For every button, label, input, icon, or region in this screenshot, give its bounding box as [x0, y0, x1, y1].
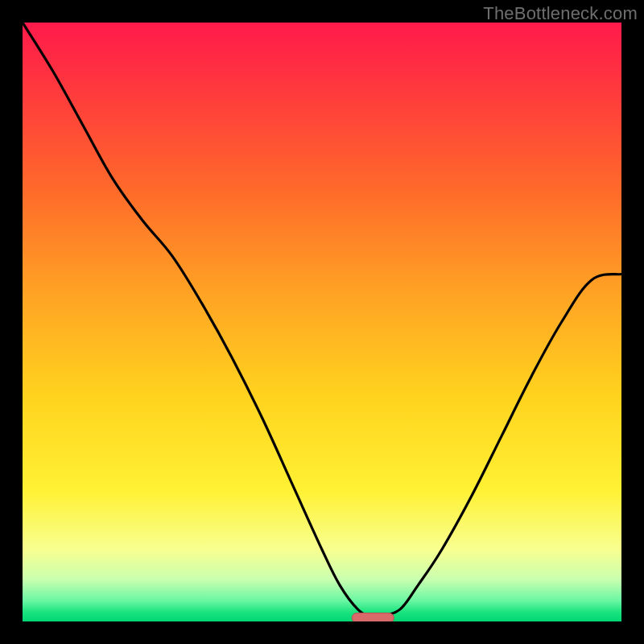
optimal-range-marker — [352, 613, 394, 621]
gradient-background — [23, 23, 621, 621]
chart-frame — [23, 23, 621, 621]
bottleneck-chart — [23, 23, 621, 621]
watermark-text: TheBottleneck.com — [483, 3, 638, 24]
